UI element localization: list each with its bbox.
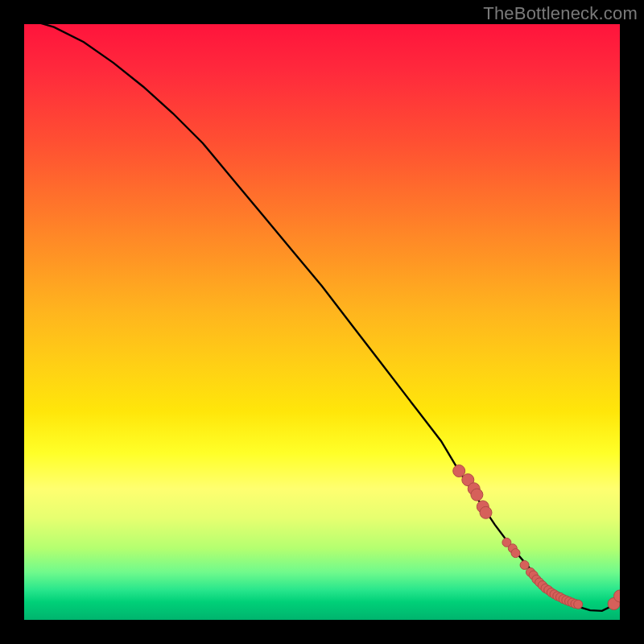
data-point: [520, 560, 529, 569]
bottleneck-curve: [24, 24, 620, 611]
watermark-text: TheBottleneck.com: [483, 3, 638, 24]
chart-root: TheBottleneck.com: [0, 0, 644, 644]
data-point: [511, 549, 520, 558]
data-point: [574, 600, 583, 609]
plot-area: [24, 24, 620, 620]
data-point: [480, 506, 492, 518]
data-point: [471, 489, 483, 501]
point-layer: [453, 465, 620, 610]
data-point: [453, 465, 465, 477]
chart-svg: [24, 24, 620, 620]
